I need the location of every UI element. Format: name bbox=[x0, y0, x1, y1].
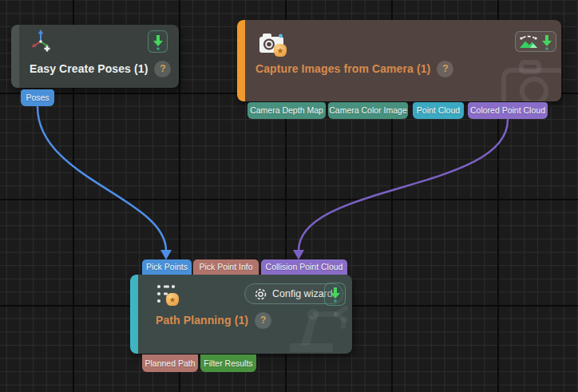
waypoints-icon: ★ bbox=[156, 283, 181, 308]
port-pick-point-info[interactable]: Pick Point Info bbox=[193, 259, 259, 275]
capture-2d3d-button[interactable] bbox=[519, 34, 538, 49]
node-easy-create-poses[interactable]: Easy Create Poses (1) ? bbox=[11, 25, 179, 88]
help-icon[interactable]: ? bbox=[154, 61, 171, 77]
port-colored-point-cloud[interactable]: Colored Point Cloud bbox=[468, 102, 548, 119]
node-accent-strip bbox=[237, 20, 245, 101]
arrowhead-icon bbox=[160, 250, 172, 260]
help-icon[interactable]: ? bbox=[437, 61, 453, 77]
port-poses[interactable]: Poses bbox=[21, 89, 54, 106]
port-planned-path[interactable]: Planned Path bbox=[142, 354, 198, 372]
download-icon bbox=[330, 286, 341, 303]
connection-poses-to-pick-points[interactable] bbox=[38, 107, 172, 260]
port-camera-color-image[interactable]: Camera Color Image bbox=[328, 102, 408, 119]
node-capture-images-from-camera[interactable]: ★ Capture Images from Camera (1) bbox=[237, 20, 561, 101]
node-toolbar bbox=[515, 31, 556, 52]
connection-colored-point-cloud-to-collision-point-cloud[interactable] bbox=[293, 120, 508, 260]
download-icon bbox=[541, 34, 552, 50]
port-filter-results[interactable]: Filter Results bbox=[200, 354, 256, 372]
camera-watermark-icon bbox=[501, 60, 561, 101]
node-accent-strip bbox=[11, 25, 19, 88]
node-graph-canvas[interactable]: Easy Create Poses (1) ? Poses bbox=[0, 0, 578, 392]
node-title: Path Planning (1) bbox=[156, 314, 248, 327]
node-title: Easy Create Poses (1) bbox=[30, 62, 148, 75]
gear-icon bbox=[255, 288, 267, 300]
download-node-button[interactable] bbox=[541, 34, 552, 50]
robot-arm-watermark-icon bbox=[288, 303, 352, 354]
star-badge-icon: ★ bbox=[274, 44, 287, 57]
star-badge-icon: ★ bbox=[166, 293, 179, 306]
download-node-button[interactable] bbox=[148, 30, 168, 53]
port-camera-depth-map[interactable]: Camera Depth Map bbox=[247, 102, 326, 119]
arrowhead-icon bbox=[293, 250, 304, 260]
port-point-cloud[interactable]: Point Cloud bbox=[413, 102, 464, 119]
node-accent-strip bbox=[130, 275, 138, 354]
scan-mountain-icon bbox=[519, 34, 538, 49]
camera-icon: ★ bbox=[259, 30, 287, 57]
xyz-axes-icon bbox=[29, 29, 53, 53]
download-icon bbox=[152, 34, 164, 50]
download-node-button[interactable] bbox=[324, 283, 346, 306]
port-collision-point-cloud[interactable]: Collision Point Cloud bbox=[261, 259, 347, 275]
node-title: Capture Images from Camera (1) bbox=[255, 62, 430, 75]
help-icon[interactable]: ? bbox=[255, 312, 271, 329]
node-path-planning[interactable]: ★ Config wizard Path Planning (1) ? bbox=[130, 275, 352, 354]
port-pick-points[interactable]: Pick Points bbox=[142, 259, 192, 275]
